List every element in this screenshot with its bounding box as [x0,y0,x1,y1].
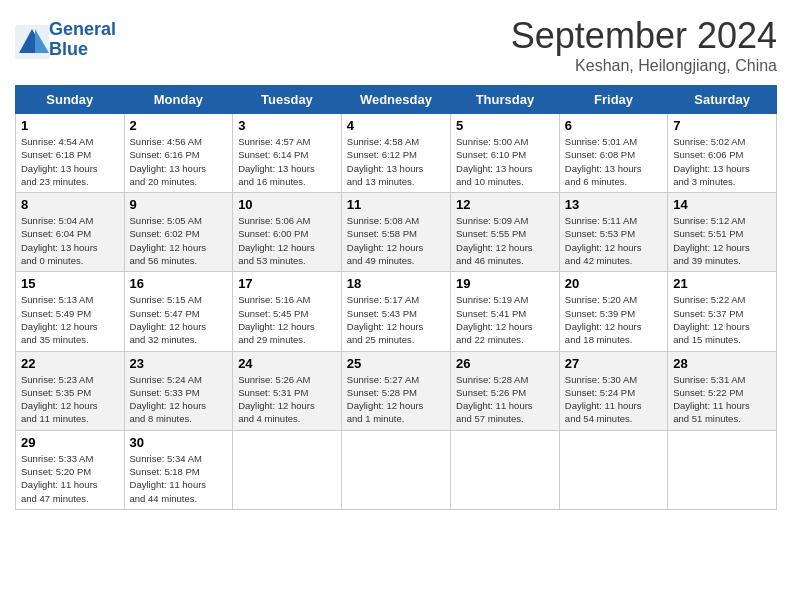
day-info: Sunrise: 5:17 AM Sunset: 5:43 PM Dayligh… [347,293,445,346]
calendar-cell: 17Sunrise: 5:16 AM Sunset: 5:45 PM Dayli… [233,272,342,351]
day-info: Sunrise: 4:56 AM Sunset: 6:16 PM Dayligh… [130,135,228,188]
calendar-cell: 28Sunrise: 5:31 AM Sunset: 5:22 PM Dayli… [668,351,777,430]
calendar-cell [451,430,560,509]
month-title: September 2024 [511,15,777,57]
calendar-cell: 4Sunrise: 4:58 AM Sunset: 6:12 PM Daylig… [341,114,450,193]
day-number: 2 [130,118,228,133]
day-number: 10 [238,197,336,212]
day-info: Sunrise: 5:26 AM Sunset: 5:31 PM Dayligh… [238,373,336,426]
column-header-thursday: Thursday [451,86,560,114]
day-number: 4 [347,118,445,133]
day-info: Sunrise: 5:33 AM Sunset: 5:20 PM Dayligh… [21,452,119,505]
calendar-cell: 8Sunrise: 5:04 AM Sunset: 6:04 PM Daylig… [16,193,125,272]
calendar-week-row: 8Sunrise: 5:04 AM Sunset: 6:04 PM Daylig… [16,193,777,272]
day-number: 13 [565,197,662,212]
day-info: Sunrise: 5:01 AM Sunset: 6:08 PM Dayligh… [565,135,662,188]
day-info: Sunrise: 5:27 AM Sunset: 5:28 PM Dayligh… [347,373,445,426]
calendar-cell [559,430,667,509]
day-info: Sunrise: 4:58 AM Sunset: 6:12 PM Dayligh… [347,135,445,188]
calendar-cell: 5Sunrise: 5:00 AM Sunset: 6:10 PM Daylig… [451,114,560,193]
calendar-cell: 13Sunrise: 5:11 AM Sunset: 5:53 PM Dayli… [559,193,667,272]
day-number: 23 [130,356,228,371]
day-info: Sunrise: 5:15 AM Sunset: 5:47 PM Dayligh… [130,293,228,346]
day-number: 20 [565,276,662,291]
day-info: Sunrise: 5:09 AM Sunset: 5:55 PM Dayligh… [456,214,554,267]
calendar-cell: 21Sunrise: 5:22 AM Sunset: 5:37 PM Dayli… [668,272,777,351]
calendar-cell: 3Sunrise: 4:57 AM Sunset: 6:14 PM Daylig… [233,114,342,193]
day-number: 28 [673,356,771,371]
calendar-cell: 15Sunrise: 5:13 AM Sunset: 5:49 PM Dayli… [16,272,125,351]
column-header-sunday: Sunday [16,86,125,114]
day-number: 15 [21,276,119,291]
day-info: Sunrise: 5:08 AM Sunset: 5:58 PM Dayligh… [347,214,445,267]
day-number: 19 [456,276,554,291]
calendar-cell [341,430,450,509]
calendar-cell: 6Sunrise: 5:01 AM Sunset: 6:08 PM Daylig… [559,114,667,193]
day-number: 12 [456,197,554,212]
day-info: Sunrise: 5:04 AM Sunset: 6:04 PM Dayligh… [21,214,119,267]
day-info: Sunrise: 5:06 AM Sunset: 6:00 PM Dayligh… [238,214,336,267]
calendar-cell: 9Sunrise: 5:05 AM Sunset: 6:02 PM Daylig… [124,193,233,272]
day-info: Sunrise: 5:19 AM Sunset: 5:41 PM Dayligh… [456,293,554,346]
day-number: 26 [456,356,554,371]
day-info: Sunrise: 5:28 AM Sunset: 5:26 PM Dayligh… [456,373,554,426]
day-info: Sunrise: 5:30 AM Sunset: 5:24 PM Dayligh… [565,373,662,426]
calendar-cell [668,430,777,509]
calendar-cell: 16Sunrise: 5:15 AM Sunset: 5:47 PM Dayli… [124,272,233,351]
day-info: Sunrise: 4:54 AM Sunset: 6:18 PM Dayligh… [21,135,119,188]
day-info: Sunrise: 5:31 AM Sunset: 5:22 PM Dayligh… [673,373,771,426]
calendar-cell: 12Sunrise: 5:09 AM Sunset: 5:55 PM Dayli… [451,193,560,272]
day-info: Sunrise: 5:16 AM Sunset: 5:45 PM Dayligh… [238,293,336,346]
day-number: 25 [347,356,445,371]
day-info: Sunrise: 5:23 AM Sunset: 5:35 PM Dayligh… [21,373,119,426]
calendar-header-row: SundayMondayTuesdayWednesdayThursdayFrid… [16,86,777,114]
calendar-cell: 24Sunrise: 5:26 AM Sunset: 5:31 PM Dayli… [233,351,342,430]
day-info: Sunrise: 5:00 AM Sunset: 6:10 PM Dayligh… [456,135,554,188]
column-header-wednesday: Wednesday [341,86,450,114]
page-header: General Blue September 2024 Keshan, Heil… [15,15,777,75]
calendar-cell: 30Sunrise: 5:34 AM Sunset: 5:18 PM Dayli… [124,430,233,509]
logo-icon [15,25,45,55]
calendar-cell: 14Sunrise: 5:12 AM Sunset: 5:51 PM Dayli… [668,193,777,272]
day-number: 8 [21,197,119,212]
day-info: Sunrise: 5:13 AM Sunset: 5:49 PM Dayligh… [21,293,119,346]
day-number: 17 [238,276,336,291]
calendar-cell: 11Sunrise: 5:08 AM Sunset: 5:58 PM Dayli… [341,193,450,272]
day-number: 6 [565,118,662,133]
day-info: Sunrise: 4:57 AM Sunset: 6:14 PM Dayligh… [238,135,336,188]
calendar-cell: 18Sunrise: 5:17 AM Sunset: 5:43 PM Dayli… [341,272,450,351]
day-number: 27 [565,356,662,371]
day-number: 9 [130,197,228,212]
day-number: 5 [456,118,554,133]
calendar-table: SundayMondayTuesdayWednesdayThursdayFrid… [15,85,777,510]
day-number: 21 [673,276,771,291]
calendar-cell: 27Sunrise: 5:30 AM Sunset: 5:24 PM Dayli… [559,351,667,430]
column-header-monday: Monday [124,86,233,114]
day-info: Sunrise: 5:34 AM Sunset: 5:18 PM Dayligh… [130,452,228,505]
day-number: 14 [673,197,771,212]
calendar-week-row: 29Sunrise: 5:33 AM Sunset: 5:20 PM Dayli… [16,430,777,509]
day-number: 1 [21,118,119,133]
calendar-cell: 26Sunrise: 5:28 AM Sunset: 5:26 PM Dayli… [451,351,560,430]
calendar-cell: 1Sunrise: 4:54 AM Sunset: 6:18 PM Daylig… [16,114,125,193]
day-number: 3 [238,118,336,133]
day-number: 16 [130,276,228,291]
calendar-week-row: 22Sunrise: 5:23 AM Sunset: 5:35 PM Dayli… [16,351,777,430]
day-number: 24 [238,356,336,371]
calendar-week-row: 15Sunrise: 5:13 AM Sunset: 5:49 PM Dayli… [16,272,777,351]
calendar-cell: 20Sunrise: 5:20 AM Sunset: 5:39 PM Dayli… [559,272,667,351]
calendar-cell: 7Sunrise: 5:02 AM Sunset: 6:06 PM Daylig… [668,114,777,193]
calendar-cell: 19Sunrise: 5:19 AM Sunset: 5:41 PM Dayli… [451,272,560,351]
day-number: 18 [347,276,445,291]
column-header-friday: Friday [559,86,667,114]
day-number: 22 [21,356,119,371]
logo-text: General Blue [49,20,116,60]
day-number: 30 [130,435,228,450]
day-info: Sunrise: 5:12 AM Sunset: 5:51 PM Dayligh… [673,214,771,267]
location-title: Keshan, Heilongjiang, China [511,57,777,75]
day-info: Sunrise: 5:22 AM Sunset: 5:37 PM Dayligh… [673,293,771,346]
day-info: Sunrise: 5:05 AM Sunset: 6:02 PM Dayligh… [130,214,228,267]
day-info: Sunrise: 5:24 AM Sunset: 5:33 PM Dayligh… [130,373,228,426]
day-info: Sunrise: 5:02 AM Sunset: 6:06 PM Dayligh… [673,135,771,188]
logo: General Blue [15,20,116,60]
